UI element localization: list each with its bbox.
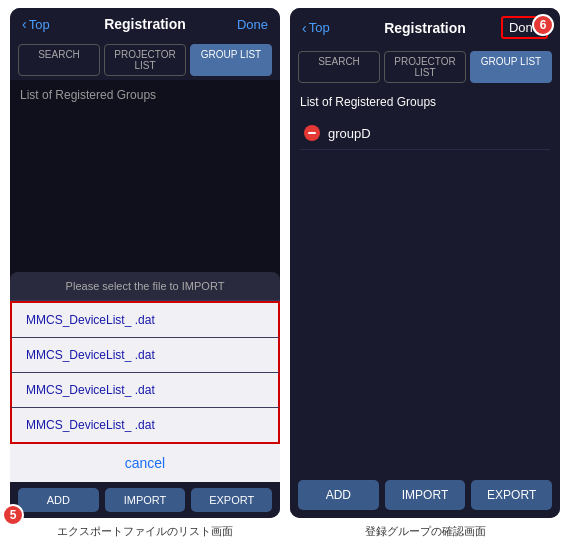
right-bottom-buttons: ADD IMPORT EXPORT	[290, 472, 560, 518]
group-item-icon	[304, 125, 320, 141]
import-cancel-button[interactable]: cancel	[125, 455, 165, 471]
badge-5: 5	[2, 504, 24, 526]
group-item-groupD[interactable]: groupD	[300, 117, 550, 150]
left-done-button[interactable]: Done	[237, 17, 268, 32]
right-export-button[interactable]: EXPORT	[471, 480, 552, 510]
right-add-button[interactable]: ADD	[298, 480, 379, 510]
import-overlay: Please select the file to IMPORT MMCS_De…	[10, 80, 280, 482]
right-caption: 登録グループの確認画面	[290, 524, 560, 539]
left-tab-projector-list[interactable]: PROJECTOR LIST	[104, 44, 186, 76]
left-header: ‹ Top Registration Done	[10, 8, 280, 40]
left-tab-search[interactable]: SEARCH	[18, 44, 100, 76]
left-back-button[interactable]: ‹ Top	[22, 16, 50, 32]
left-back-label: Top	[29, 17, 50, 32]
left-export-button[interactable]: EXPORT	[191, 488, 272, 512]
right-screen-wrapper: ‹ Top Registration Done SEARCH PROJECTOR…	[290, 8, 560, 518]
right-tabs: SEARCH PROJECTOR LIST GROUP LIST	[290, 47, 560, 87]
left-screen-wrapper: ‹ Top Registration Done SEARCH PROJECTOR…	[10, 8, 280, 518]
import-file-item-1[interactable]: MMCS_DeviceList_ .dat	[10, 301, 280, 338]
import-file-item-3[interactable]: MMCS_DeviceList_ .dat	[10, 373, 280, 408]
right-back-button[interactable]: ‹ Top	[302, 20, 330, 36]
screens-container: ‹ Top Registration Done SEARCH PROJECTOR…	[0, 0, 570, 518]
import-dialog: Please select the file to IMPORT MMCS_De…	[10, 272, 280, 482]
right-title: Registration	[384, 20, 466, 36]
captions-row: エクスポートファイルのリスト画面 登録グループの確認画面	[0, 518, 570, 547]
left-tabs: SEARCH PROJECTOR LIST GROUP LIST	[10, 40, 280, 80]
left-tab-group-list[interactable]: GROUP LIST	[190, 44, 272, 76]
right-back-label: Top	[309, 20, 330, 35]
right-screen: ‹ Top Registration Done SEARCH PROJECTOR…	[290, 8, 560, 518]
import-file-item-4[interactable]: MMCS_DeviceList_ .dat	[10, 408, 280, 444]
right-header: ‹ Top Registration Done	[290, 8, 560, 47]
left-content: List of Registered Groups Please select …	[10, 80, 280, 482]
left-title: Registration	[104, 16, 186, 32]
badge-6: 6	[532, 14, 554, 36]
left-screen: ‹ Top Registration Done SEARCH PROJECTOR…	[10, 8, 280, 518]
left-add-button[interactable]: ADD	[18, 488, 99, 512]
import-cancel-bar: cancel	[10, 444, 280, 482]
import-file-list: MMCS_DeviceList_ .dat MMCS_DeviceList_ .…	[10, 301, 280, 444]
right-import-button[interactable]: IMPORT	[385, 480, 466, 510]
right-tab-projector-list[interactable]: PROJECTOR LIST	[384, 51, 466, 83]
right-content: List of Registered Groups groupD	[290, 87, 560, 472]
import-file-item-2[interactable]: MMCS_DeviceList_ .dat	[10, 338, 280, 373]
right-tab-group-list[interactable]: GROUP LIST	[470, 51, 552, 83]
right-tab-search[interactable]: SEARCH	[298, 51, 380, 83]
right-section-title: List of Registered Groups	[300, 95, 550, 109]
right-chevron-icon: ‹	[302, 20, 307, 36]
left-caption: エクスポートファイルのリスト画面	[10, 524, 280, 539]
right-group-list: groupD	[300, 117, 550, 464]
left-bottom-toolbar: ADD IMPORT EXPORT	[10, 482, 280, 518]
import-dialog-title: Please select the file to IMPORT	[10, 272, 280, 301]
group-item-label: groupD	[328, 126, 371, 141]
left-chevron-icon: ‹	[22, 16, 27, 32]
left-import-button[interactable]: IMPORT	[105, 488, 186, 512]
